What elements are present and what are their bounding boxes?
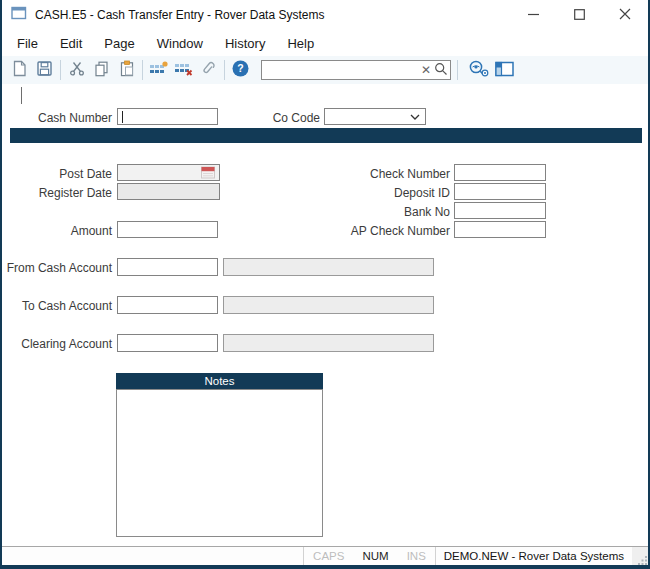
application-window: CASH.E5 - Cash Transfer Entry - Rover Da…: [0, 0, 650, 569]
close-icon: [619, 8, 631, 23]
layout-button[interactable]: [492, 58, 517, 82]
amount-input[interactable]: [117, 221, 218, 238]
help-icon: ?: [232, 60, 249, 80]
toolbar-separator: [224, 60, 225, 80]
svg-text:?: ?: [237, 62, 243, 74]
deposit-id-label: Deposit ID: [282, 185, 450, 202]
form-area: Cash Number Co Code Post Date Register D…: [2, 84, 648, 547]
ap-check-number-input[interactable]: [454, 221, 546, 238]
search-icon[interactable]: [434, 62, 448, 80]
close-button[interactable]: [602, 0, 648, 30]
to-cash-account-label: To Cash Account: [2, 298, 112, 315]
copy-icon: [94, 61, 109, 80]
cash-number-input[interactable]: [117, 108, 218, 125]
minimize-button[interactable]: [510, 0, 556, 30]
from-cash-account-label: From Cash Account: [2, 260, 112, 277]
notes-textarea[interactable]: [116, 389, 323, 537]
new-button[interactable]: [7, 58, 32, 82]
grip-dots-icon: [637, 554, 648, 565]
app-icon: [11, 6, 27, 24]
cut-button[interactable]: [64, 58, 89, 82]
clearing-account-description: [223, 334, 434, 352]
search-box: ✕: [261, 60, 451, 80]
insert-record-icon: [149, 61, 168, 79]
amount-label: Amount: [2, 223, 112, 240]
cash-number-label: Cash Number: [2, 110, 112, 127]
view-record-button[interactable]: [464, 58, 492, 82]
resize-grip[interactable]: [632, 547, 648, 565]
toolbar-separator: [457, 60, 458, 80]
num-indicator: NUM: [353, 550, 397, 562]
register-date-input: [117, 183, 220, 200]
menu-item-window[interactable]: Window: [146, 32, 214, 55]
text-caret: [122, 111, 123, 123]
chevron-down-icon: [410, 114, 420, 120]
menu-item-edit[interactable]: Edit: [49, 32, 93, 55]
from-cash-account-description: [223, 258, 434, 276]
help-button[interactable]: ?: [228, 58, 253, 82]
co-code-label: Co Code: [242, 110, 320, 127]
delete-record-icon: [174, 61, 193, 79]
layout-icon: [495, 61, 514, 80]
save-icon: [37, 61, 52, 79]
copy-button[interactable]: [89, 58, 114, 82]
caps-indicator: CAPS: [304, 550, 353, 562]
minimize-icon: [528, 8, 539, 23]
paste-icon: [119, 60, 135, 80]
text-cursor: [21, 87, 22, 104]
ins-indicator: INS: [398, 550, 435, 562]
magnifier-eye-icon: [468, 60, 489, 80]
section-divider-bar: [10, 128, 642, 143]
bank-no-input[interactable]: [454, 202, 546, 219]
menu-item-help[interactable]: Help: [276, 32, 325, 55]
save-button[interactable]: [32, 58, 57, 82]
to-cash-account-description: [223, 296, 434, 314]
clear-search-icon[interactable]: ✕: [421, 62, 431, 78]
menu-item-page[interactable]: Page: [93, 32, 145, 55]
toolbar-separator: [60, 60, 61, 80]
menu-item-history[interactable]: History: [214, 32, 276, 55]
calendar-icon[interactable]: [201, 166, 215, 182]
toolbar-separator: [142, 60, 143, 80]
titlebar: CASH.E5 - Cash Transfer Entry - Rover Da…: [2, 0, 648, 30]
menu-item-file[interactable]: File: [6, 32, 49, 55]
toolbar: ? ✕: [2, 56, 648, 84]
delete-record-button[interactable]: [171, 58, 196, 82]
new-document-icon: [12, 60, 27, 80]
bank-no-label: Bank No: [282, 204, 450, 221]
from-cash-account-input[interactable]: [117, 258, 218, 276]
scissors-icon: [69, 61, 85, 79]
session-info: DEMO.NEW - Rover Data Systems: [436, 550, 632, 562]
insert-record-button[interactable]: [146, 58, 171, 82]
check-number-input[interactable]: [454, 164, 546, 181]
window-title: CASH.E5 - Cash Transfer Entry - Rover Da…: [35, 8, 510, 22]
paperclip-icon: [200, 60, 217, 80]
co-code-select[interactable]: [324, 108, 426, 125]
to-cash-account-input[interactable]: [117, 296, 218, 314]
maximize-button[interactable]: [556, 0, 602, 30]
notes-label: Notes: [204, 375, 234, 387]
notes-header: Notes: [116, 373, 323, 389]
deposit-id-input[interactable]: [454, 183, 546, 200]
statusbar: CAPS NUM INS DEMO.NEW - Rover Data Syste…: [2, 546, 648, 565]
register-date-label: Register Date: [2, 185, 112, 202]
attachment-button[interactable]: [196, 58, 221, 82]
clearing-account-input[interactable]: [117, 334, 218, 352]
ap-check-number-label: AP Check Number: [282, 223, 450, 240]
check-number-label: Check Number: [282, 166, 450, 183]
maximize-icon: [574, 8, 585, 23]
paste-button[interactable]: [114, 58, 139, 82]
clearing-account-label: Clearing Account: [2, 336, 112, 353]
menubar: File Edit Page Window History Help: [2, 30, 648, 56]
post-date-label: Post Date: [2, 166, 112, 183]
